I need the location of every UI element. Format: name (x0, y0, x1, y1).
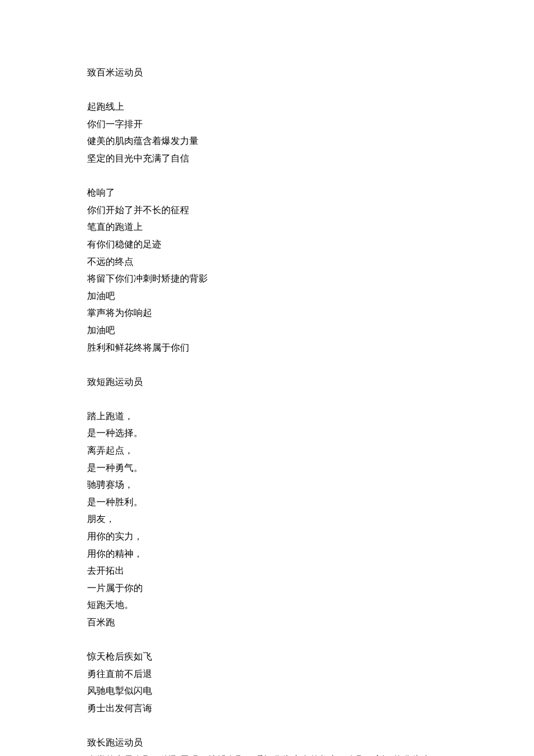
poem-line: 勇士出发何言诲 (87, 700, 447, 717)
poem-line: 惊天枪后疾如飞 (87, 648, 447, 665)
poem-line: 是一种勇气。 (87, 459, 447, 477)
poem-line: 用你的实力， (87, 528, 447, 545)
poem-line: 笔直的跑道上 (87, 218, 447, 236)
poem-line: 一片属于你的 (87, 579, 447, 597)
poem-line: 用你的精神， (87, 545, 447, 563)
poem-line: 坚定的目光中充满了自信 (87, 150, 447, 167)
poem-line: 去开拓出 (87, 562, 447, 579)
poem-line: 你们开始了并不长的征程 (87, 201, 447, 219)
poem-line: 是一种胜利。 (87, 494, 447, 511)
poem-line: 短跑天地。 (87, 596, 447, 614)
blank-line (87, 717, 447, 735)
poem-line: 风驰电掣似闪电 (87, 682, 447, 700)
blank-line (87, 631, 447, 649)
poem-line: 健美的肌肉蕴含着爆发力量 (87, 132, 447, 150)
document-content: 致百米运动员 起跑线上 你们一字排开 健美的肌肉蕴含着爆发力量 坚定的目光中充满… (87, 64, 447, 756)
poem-line: 枪响了 (87, 184, 447, 201)
poem-line: 离弄起点， (87, 442, 447, 459)
poem-line: 踏上跑道， (87, 408, 447, 425)
prose-line: 人类的力量在那一刹那展现，拚搏在那一瞬间化为生命的起点，在那一刻万物化为虚有，只… (87, 751, 447, 756)
poem-line: 朋友， (87, 510, 447, 528)
blank-line (87, 356, 447, 373)
poem-line: 是一种选择。 (87, 424, 447, 442)
blank-line (87, 167, 447, 185)
poem-line: 加油吧 (87, 287, 447, 305)
blank-line (87, 390, 447, 408)
poem-line: 将留下你们冲刺时矫捷的背影 (87, 270, 447, 287)
poem-line: 驰骋赛场， (87, 476, 447, 494)
poem-line: 掌声将为你响起 (87, 304, 447, 322)
section-title-1: 致百米运动员 (87, 64, 447, 81)
section-title-2: 致短跑运动员 (87, 373, 447, 391)
poem-line: 有你们稳健的足迹 (87, 236, 447, 253)
poem-line: 起跑线上 (87, 98, 447, 116)
poem-line: 加油吧 (87, 322, 447, 339)
blank-line (87, 81, 447, 99)
poem-line: 不远的终点 (87, 253, 447, 271)
poem-line: 勇往直前不后退 (87, 665, 447, 683)
poem-line: 百米跑 (87, 614, 447, 631)
section-title-3: 致长跑运动员 (87, 734, 447, 751)
poem-line: 你们一字排开 (87, 116, 447, 133)
poem-line: 胜利和鲜花终将属于你们 (87, 339, 447, 357)
